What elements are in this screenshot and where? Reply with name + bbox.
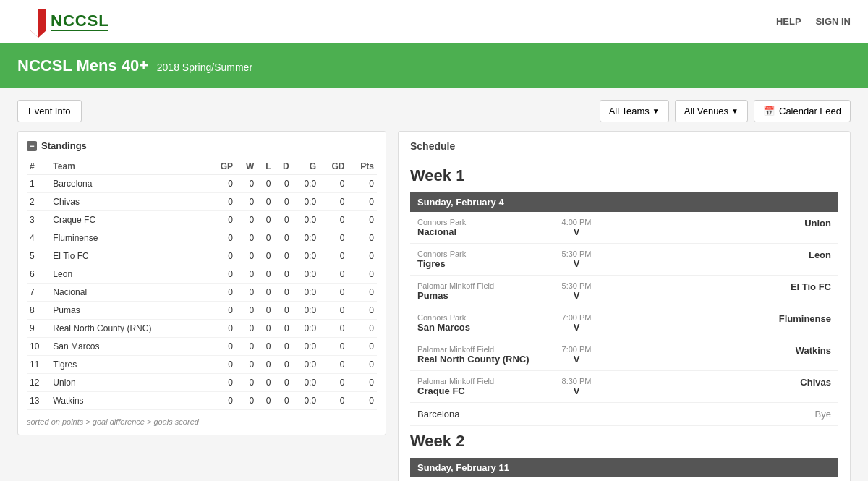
pts-cell: 0 [348, 175, 378, 193]
gp-cell: 0 [208, 356, 236, 374]
pts-cell: 0 [348, 247, 378, 265]
gd-cell: 0 [319, 265, 347, 284]
team-cell: Fluminense [50, 229, 208, 247]
team-cell: El Tio FC [50, 247, 208, 265]
l-cell: 0 [257, 229, 273, 247]
d-cell: 0 [273, 374, 292, 392]
help-link[interactable]: HELP [776, 16, 801, 27]
team-cell: Leon [50, 265, 208, 284]
rank-cell: 10 [27, 338, 50, 356]
match-time: 5:30 PM [562, 250, 592, 258]
gp-cell: 0 [208, 229, 236, 247]
d-cell: 0 [273, 284, 292, 302]
g-cell: 0:0 [292, 338, 319, 356]
all-teams-button[interactable]: All Teams ▼ [600, 100, 669, 122]
day-header: Sunday, February 4 [410, 192, 838, 212]
gd-cell: 0 [319, 175, 347, 193]
col-gp: GP [208, 158, 236, 175]
match-home-team: Pumas [417, 290, 533, 301]
gd-cell: 0 [319, 247, 347, 265]
match-home-team: Real North County (RNC) [417, 354, 533, 365]
table-row: 3 Craque FC 0 0 0 0 0:0 0 0 [27, 211, 377, 229]
rank-cell: 4 [27, 229, 50, 247]
l-cell: 0 [257, 374, 273, 392]
week-section: Week 1Sunday, February 4 Connors Park Na… [410, 161, 838, 426]
match-time: 8:30 PM [562, 377, 592, 386]
calendar-icon: 📅 [763, 106, 775, 116]
match-away-team: Leon [620, 250, 831, 260]
nav-links: HELP SIGN IN [776, 16, 851, 27]
svg-marker-2 [30, 9, 38, 38]
match-left: Palomar Minkoff Field Real North County … [417, 345, 533, 365]
g-cell: 0:0 [292, 265, 319, 284]
d-cell: 0 [273, 392, 292, 410]
match-center: 7:00 PM V [533, 313, 620, 333]
g-cell: 0:0 [292, 284, 319, 302]
standings-box: − Standings # Team GP W L D G GD Pts [17, 131, 386, 435]
table-row: 13 Watkins 0 0 0 0 0:0 0 0 [27, 392, 377, 410]
pts-cell: 0 [348, 302, 378, 320]
main-content: Event Info − Standings # Team GP W L D G [0, 88, 868, 481]
day-header: Sunday, February 11 [410, 458, 838, 477]
g-cell: 0:0 [292, 392, 319, 410]
g-cell: 0:0 [292, 320, 319, 338]
gp-cell: 0 [208, 265, 236, 284]
match-home-team: Nacional [417, 226, 533, 237]
w-cell: 0 [236, 374, 257, 392]
match-home-team: Craque FC [417, 386, 533, 396]
collapse-icon[interactable]: − [27, 141, 37, 151]
g-cell: 0:0 [292, 175, 319, 193]
w-cell: 0 [236, 284, 257, 302]
top-nav: N NCCSL HELP SIGN IN [0, 0, 868, 43]
week-heading: Week 1 [410, 161, 838, 192]
calendar-feed-button[interactable]: 📅 Calendar Feed [754, 100, 851, 122]
d-cell: 0 [273, 193, 292, 211]
match-center: 7:00 PM V [533, 345, 620, 365]
g-cell: 0:0 [292, 356, 319, 374]
bye-team: Barcelona [417, 409, 460, 420]
rank-cell: 7 [27, 284, 50, 302]
match-left: Palomar Minkoff Field Pumas [417, 281, 533, 301]
match-row: Connors Park San Marcos 7:00 PM V Flumin… [410, 307, 838, 339]
calendar-feed-label: Calendar Feed [779, 106, 841, 116]
table-row: 4 Fluminense 0 0 0 0 0:0 0 0 [27, 229, 377, 247]
team-cell: Watkins [50, 392, 208, 410]
col-l: L [257, 158, 273, 175]
l-cell: 0 [257, 211, 273, 229]
team-cell: Craque FC [50, 211, 208, 229]
rank-cell: 5 [27, 247, 50, 265]
gp-cell: 0 [208, 320, 236, 338]
match-vs: V [574, 386, 580, 396]
match-venue: Palomar Minkoff Field [417, 377, 533, 386]
header-banner: NCCSL Mens 40+ 2018 Spring/Summer [0, 43, 868, 88]
match-away-team: Fluminense [620, 313, 831, 324]
match-away-team: Chivas [620, 377, 831, 388]
d-cell: 0 [273, 356, 292, 374]
l-cell: 0 [257, 247, 273, 265]
all-venues-button[interactable]: All Venues ▼ [675, 100, 748, 122]
rank-cell: 11 [27, 356, 50, 374]
pts-cell: 0 [348, 356, 378, 374]
gd-cell: 0 [319, 193, 347, 211]
match-venue: Connors Park [417, 313, 533, 322]
match-left: Palomar Minkoff Field Craque FC [417, 377, 533, 396]
d-cell: 0 [273, 338, 292, 356]
col-w: W [236, 158, 257, 175]
g-cell: 0:0 [292, 193, 319, 211]
rank-cell: 12 [27, 374, 50, 392]
l-cell: 0 [257, 320, 273, 338]
top-controls: All Teams ▼ All Venues ▼ 📅 Calendar Feed [398, 100, 851, 122]
logo-svg: N NCCSL [17, 6, 111, 38]
match-left: Connors Park Tigres [417, 250, 533, 269]
table-row: 2 Chivas 0 0 0 0 0:0 0 0 [27, 193, 377, 211]
gd-cell: 0 [319, 392, 347, 410]
d-cell: 0 [273, 175, 292, 193]
match-vs: V [574, 258, 580, 269]
signin-link[interactable]: SIGN IN [816, 16, 851, 27]
d-cell: 0 [273, 229, 292, 247]
match-center: 5:30 PM V [533, 250, 620, 269]
rank-cell: 3 [27, 211, 50, 229]
match-venue: Palomar Minkoff Field [417, 281, 533, 290]
pts-cell: 0 [348, 320, 378, 338]
event-info-button[interactable]: Event Info [17, 100, 82, 122]
